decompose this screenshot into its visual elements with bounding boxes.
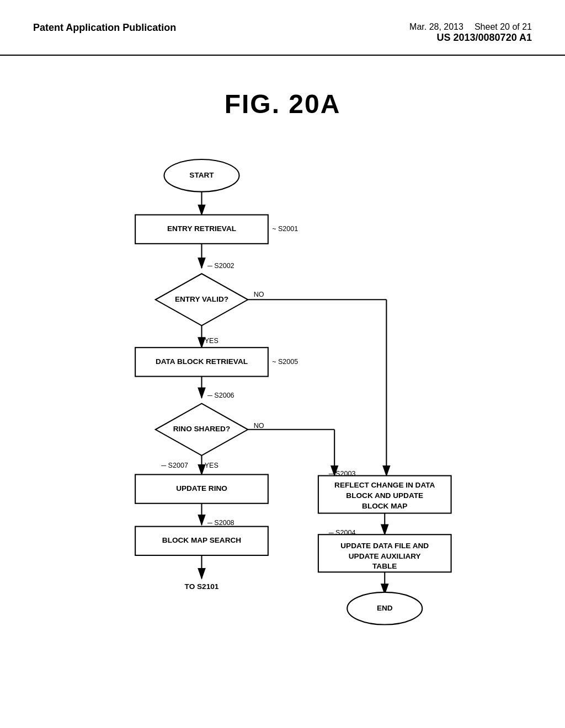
s2002-step: ─ S2002 <box>207 262 234 270</box>
s2003-node-line3: BLOCK MAP <box>362 502 407 510</box>
s2007-node: UPDATE RINO <box>176 484 227 493</box>
s2008-step: ─ S2008 <box>207 519 234 527</box>
flowchart-container: START ENTRY RETRIEVAL ~ S2001 ─ S2002 EN… <box>0 147 565 643</box>
s2006-step: ─ S2006 <box>207 392 234 399</box>
patent-number: US 2013/0080720 A1 <box>437 32 532 44</box>
start-node: START <box>189 171 214 179</box>
page-header: Patent Application Publication Mar. 28, … <box>0 0 565 56</box>
flowchart-svg: START ENTRY RETRIEVAL ~ S2001 ─ S2002 EN… <box>0 147 565 643</box>
s2001-label: ~ S2001 <box>272 225 298 233</box>
s2007-step: ─ S2007 <box>161 462 188 469</box>
header-right: Mar. 28, 2013 Sheet 20 of 21 US 2013/008… <box>409 22 532 44</box>
end-node: END <box>377 604 393 612</box>
s2001-node: ENTRY RETRIEVAL <box>167 224 236 233</box>
s2004-label: ─ S2004 <box>328 529 356 537</box>
s2002-node: ENTRY VALID? <box>175 295 228 303</box>
no-label-s2002: NO <box>254 291 264 298</box>
to-s2101-node: TO S2101 <box>185 582 219 591</box>
s2004-node-line2: UPDATE AUXILIARY <box>349 552 421 560</box>
publication-label: Patent Application Publication <box>33 22 176 34</box>
s2004-node-line1: UPDATE DATA FILE AND <box>340 542 429 550</box>
s2006-node: RINO SHARED? <box>173 425 230 433</box>
header-meta: Mar. 28, 2013 Sheet 20 of 21 <box>409 22 532 32</box>
s2004-node-line3: TABLE <box>372 562 397 570</box>
no-label-s2006: NO <box>254 422 264 430</box>
s2005-node: DATA BLOCK RETRIEVAL <box>156 357 248 366</box>
s2003-node-line1: REFLECT CHANGE IN DATA <box>334 481 435 489</box>
figure-title: FIG. 20A <box>0 89 565 119</box>
publication-date: Mar. 28, 2013 <box>409 22 463 32</box>
yes-label-s2002: YES <box>205 337 218 345</box>
yes-label-s2006: YES <box>205 462 218 469</box>
s2003-node-line2: BLOCK AND UPDATE <box>346 491 423 500</box>
s2008-node: BLOCK MAP SEARCH <box>162 536 241 544</box>
sheet-info: Sheet 20 of 21 <box>475 22 532 32</box>
s2003-label: ─ S2003 <box>328 470 356 478</box>
s2005-label: ~ S2005 <box>272 358 298 366</box>
